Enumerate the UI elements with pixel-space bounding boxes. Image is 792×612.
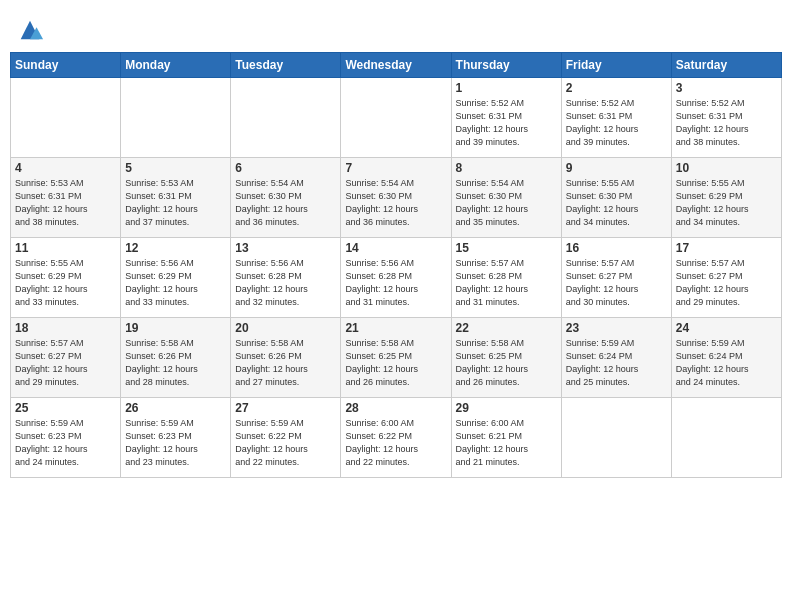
calendar-cell xyxy=(671,398,781,478)
calendar-cell: 21Sunrise: 5:58 AMSunset: 6:25 PMDayligh… xyxy=(341,318,451,398)
day-info: Sunrise: 6:00 AMSunset: 6:21 PMDaylight:… xyxy=(456,417,557,469)
day-number: 23 xyxy=(566,321,667,335)
calendar-cell: 10Sunrise: 5:55 AMSunset: 6:29 PMDayligh… xyxy=(671,158,781,238)
day-info: Sunrise: 5:52 AMSunset: 6:31 PMDaylight:… xyxy=(566,97,667,149)
calendar-week-3: 11Sunrise: 5:55 AMSunset: 6:29 PMDayligh… xyxy=(11,238,782,318)
calendar-cell: 27Sunrise: 5:59 AMSunset: 6:22 PMDayligh… xyxy=(231,398,341,478)
calendar-cell: 13Sunrise: 5:56 AMSunset: 6:28 PMDayligh… xyxy=(231,238,341,318)
weekday-header-friday: Friday xyxy=(561,53,671,78)
day-info: Sunrise: 5:55 AMSunset: 6:29 PMDaylight:… xyxy=(676,177,777,229)
calendar-cell: 25Sunrise: 5:59 AMSunset: 6:23 PMDayligh… xyxy=(11,398,121,478)
calendar-cell: 29Sunrise: 6:00 AMSunset: 6:21 PMDayligh… xyxy=(451,398,561,478)
calendar-cell: 2Sunrise: 5:52 AMSunset: 6:31 PMDaylight… xyxy=(561,78,671,158)
calendar-cell: 12Sunrise: 5:56 AMSunset: 6:29 PMDayligh… xyxy=(121,238,231,318)
calendar-cell xyxy=(561,398,671,478)
calendar-cell xyxy=(11,78,121,158)
weekday-header-monday: Monday xyxy=(121,53,231,78)
day-number: 29 xyxy=(456,401,557,415)
calendar-header-row: SundayMondayTuesdayWednesdayThursdayFrid… xyxy=(11,53,782,78)
day-number: 3 xyxy=(676,81,777,95)
day-number: 1 xyxy=(456,81,557,95)
day-info: Sunrise: 5:55 AMSunset: 6:29 PMDaylight:… xyxy=(15,257,116,309)
calendar-cell xyxy=(121,78,231,158)
day-info: Sunrise: 5:59 AMSunset: 6:23 PMDaylight:… xyxy=(125,417,226,469)
day-info: Sunrise: 5:58 AMSunset: 6:25 PMDaylight:… xyxy=(456,337,557,389)
day-info: Sunrise: 5:53 AMSunset: 6:31 PMDaylight:… xyxy=(15,177,116,229)
day-info: Sunrise: 5:59 AMSunset: 6:22 PMDaylight:… xyxy=(235,417,336,469)
calendar-cell: 20Sunrise: 5:58 AMSunset: 6:26 PMDayligh… xyxy=(231,318,341,398)
day-info: Sunrise: 5:56 AMSunset: 6:29 PMDaylight:… xyxy=(125,257,226,309)
calendar-cell: 15Sunrise: 5:57 AMSunset: 6:28 PMDayligh… xyxy=(451,238,561,318)
day-number: 10 xyxy=(676,161,777,175)
day-number: 5 xyxy=(125,161,226,175)
weekday-header-thursday: Thursday xyxy=(451,53,561,78)
calendar-cell xyxy=(341,78,451,158)
weekday-header-sunday: Sunday xyxy=(11,53,121,78)
calendar-cell: 22Sunrise: 5:58 AMSunset: 6:25 PMDayligh… xyxy=(451,318,561,398)
day-number: 18 xyxy=(15,321,116,335)
day-number: 24 xyxy=(676,321,777,335)
calendar-cell xyxy=(231,78,341,158)
day-number: 11 xyxy=(15,241,116,255)
day-number: 20 xyxy=(235,321,336,335)
calendar-week-2: 4Sunrise: 5:53 AMSunset: 6:31 PMDaylight… xyxy=(11,158,782,238)
weekday-header-saturday: Saturday xyxy=(671,53,781,78)
logo-icon xyxy=(16,16,44,44)
calendar-cell: 6Sunrise: 5:54 AMSunset: 6:30 PMDaylight… xyxy=(231,158,341,238)
calendar-cell: 19Sunrise: 5:58 AMSunset: 6:26 PMDayligh… xyxy=(121,318,231,398)
day-info: Sunrise: 5:56 AMSunset: 6:28 PMDaylight:… xyxy=(345,257,446,309)
day-number: 17 xyxy=(676,241,777,255)
weekday-header-tuesday: Tuesday xyxy=(231,53,341,78)
day-number: 12 xyxy=(125,241,226,255)
day-info: Sunrise: 6:00 AMSunset: 6:22 PMDaylight:… xyxy=(345,417,446,469)
day-number: 28 xyxy=(345,401,446,415)
calendar-cell: 7Sunrise: 5:54 AMSunset: 6:30 PMDaylight… xyxy=(341,158,451,238)
day-info: Sunrise: 5:59 AMSunset: 6:24 PMDaylight:… xyxy=(566,337,667,389)
calendar-cell: 3Sunrise: 5:52 AMSunset: 6:31 PMDaylight… xyxy=(671,78,781,158)
calendar-cell: 17Sunrise: 5:57 AMSunset: 6:27 PMDayligh… xyxy=(671,238,781,318)
day-info: Sunrise: 5:57 AMSunset: 6:27 PMDaylight:… xyxy=(566,257,667,309)
day-info: Sunrise: 5:57 AMSunset: 6:27 PMDaylight:… xyxy=(676,257,777,309)
day-info: Sunrise: 5:57 AMSunset: 6:27 PMDaylight:… xyxy=(15,337,116,389)
day-number: 14 xyxy=(345,241,446,255)
day-number: 9 xyxy=(566,161,667,175)
day-info: Sunrise: 5:56 AMSunset: 6:28 PMDaylight:… xyxy=(235,257,336,309)
calendar-cell: 8Sunrise: 5:54 AMSunset: 6:30 PMDaylight… xyxy=(451,158,561,238)
day-number: 27 xyxy=(235,401,336,415)
calendar-cell: 5Sunrise: 5:53 AMSunset: 6:31 PMDaylight… xyxy=(121,158,231,238)
day-number: 19 xyxy=(125,321,226,335)
day-number: 26 xyxy=(125,401,226,415)
calendar-cell: 11Sunrise: 5:55 AMSunset: 6:29 PMDayligh… xyxy=(11,238,121,318)
day-number: 15 xyxy=(456,241,557,255)
calendar-cell: 9Sunrise: 5:55 AMSunset: 6:30 PMDaylight… xyxy=(561,158,671,238)
day-info: Sunrise: 5:54 AMSunset: 6:30 PMDaylight:… xyxy=(345,177,446,229)
weekday-header-wednesday: Wednesday xyxy=(341,53,451,78)
page-header xyxy=(10,10,782,44)
calendar-week-5: 25Sunrise: 5:59 AMSunset: 6:23 PMDayligh… xyxy=(11,398,782,478)
calendar-week-4: 18Sunrise: 5:57 AMSunset: 6:27 PMDayligh… xyxy=(11,318,782,398)
day-number: 13 xyxy=(235,241,336,255)
day-info: Sunrise: 5:57 AMSunset: 6:28 PMDaylight:… xyxy=(456,257,557,309)
calendar-table: SundayMondayTuesdayWednesdayThursdayFrid… xyxy=(10,52,782,478)
calendar-cell: 4Sunrise: 5:53 AMSunset: 6:31 PMDaylight… xyxy=(11,158,121,238)
day-info: Sunrise: 5:59 AMSunset: 6:24 PMDaylight:… xyxy=(676,337,777,389)
calendar-cell: 26Sunrise: 5:59 AMSunset: 6:23 PMDayligh… xyxy=(121,398,231,478)
day-info: Sunrise: 5:59 AMSunset: 6:23 PMDaylight:… xyxy=(15,417,116,469)
day-info: Sunrise: 5:55 AMSunset: 6:30 PMDaylight:… xyxy=(566,177,667,229)
calendar-week-1: 1Sunrise: 5:52 AMSunset: 6:31 PMDaylight… xyxy=(11,78,782,158)
calendar-cell: 28Sunrise: 6:00 AMSunset: 6:22 PMDayligh… xyxy=(341,398,451,478)
calendar-cell: 18Sunrise: 5:57 AMSunset: 6:27 PMDayligh… xyxy=(11,318,121,398)
day-info: Sunrise: 5:52 AMSunset: 6:31 PMDaylight:… xyxy=(456,97,557,149)
day-number: 16 xyxy=(566,241,667,255)
day-info: Sunrise: 5:58 AMSunset: 6:26 PMDaylight:… xyxy=(235,337,336,389)
day-info: Sunrise: 5:54 AMSunset: 6:30 PMDaylight:… xyxy=(456,177,557,229)
day-info: Sunrise: 5:52 AMSunset: 6:31 PMDaylight:… xyxy=(676,97,777,149)
day-number: 25 xyxy=(15,401,116,415)
calendar-cell: 23Sunrise: 5:59 AMSunset: 6:24 PMDayligh… xyxy=(561,318,671,398)
day-info: Sunrise: 5:54 AMSunset: 6:30 PMDaylight:… xyxy=(235,177,336,229)
calendar-cell: 1Sunrise: 5:52 AMSunset: 6:31 PMDaylight… xyxy=(451,78,561,158)
day-number: 7 xyxy=(345,161,446,175)
calendar-cell: 14Sunrise: 5:56 AMSunset: 6:28 PMDayligh… xyxy=(341,238,451,318)
day-info: Sunrise: 5:58 AMSunset: 6:25 PMDaylight:… xyxy=(345,337,446,389)
day-number: 8 xyxy=(456,161,557,175)
